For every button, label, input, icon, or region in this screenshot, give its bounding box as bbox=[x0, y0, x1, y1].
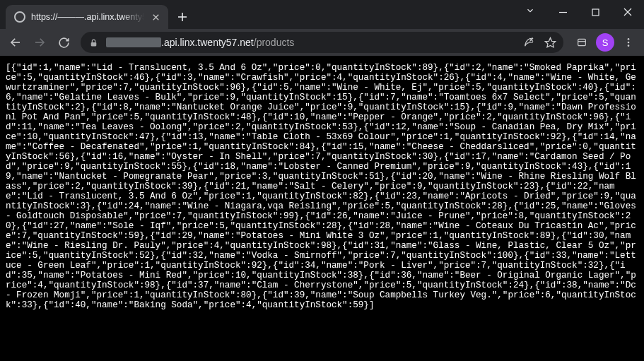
url-text: .api.linx.twenty57.net /products bbox=[106, 37, 516, 48]
svg-point-16 bbox=[628, 45, 630, 47]
forward-button[interactable] bbox=[30, 32, 49, 52]
back-button[interactable] bbox=[6, 32, 25, 52]
share-icon[interactable] bbox=[523, 37, 534, 48]
url-path: /products bbox=[254, 37, 295, 48]
browser-toolbar: .api.linx.twenty57.net /products S bbox=[0, 29, 644, 56]
window-controls bbox=[514, 0, 644, 24]
close-tab-button[interactable] bbox=[150, 11, 161, 23]
address-bar[interactable]: .api.linx.twenty57.net /products bbox=[81, 32, 563, 53]
response-body: [{"id":1,"name":"Lid - Translucent, 3.5 … bbox=[0, 56, 644, 361]
maximize-button[interactable] bbox=[579, 0, 611, 24]
lock-icon bbox=[89, 38, 99, 47]
tab-title: https://———.api.linx.twenty5 bbox=[31, 12, 144, 22]
browser-tab[interactable]: https://———.api.linx.twenty5 bbox=[6, 5, 168, 29]
svg-marker-11 bbox=[545, 37, 555, 47]
extensions-icon[interactable] bbox=[572, 32, 592, 52]
svg-point-14 bbox=[628, 38, 630, 40]
globe-favicon-icon bbox=[14, 11, 25, 23]
url-host: .api.linx.twenty57.net bbox=[161, 37, 254, 48]
reload-button[interactable] bbox=[54, 32, 74, 52]
new-tab-button[interactable] bbox=[172, 7, 192, 27]
menu-button[interactable] bbox=[619, 32, 638, 52]
minimize-button[interactable] bbox=[546, 0, 579, 24]
bookmark-star-icon[interactable] bbox=[544, 37, 556, 49]
close-window-button[interactable] bbox=[611, 0, 644, 24]
window-dropdown-button[interactable] bbox=[514, 0, 546, 23]
avatar-initial: S bbox=[602, 37, 609, 48]
svg-point-15 bbox=[628, 42, 630, 44]
url-redacted-segment bbox=[106, 37, 161, 47]
profile-avatar[interactable]: S bbox=[596, 33, 614, 52]
svg-rect-10 bbox=[91, 42, 97, 45]
svg-rect-12 bbox=[578, 39, 586, 45]
svg-rect-1 bbox=[592, 9, 599, 16]
